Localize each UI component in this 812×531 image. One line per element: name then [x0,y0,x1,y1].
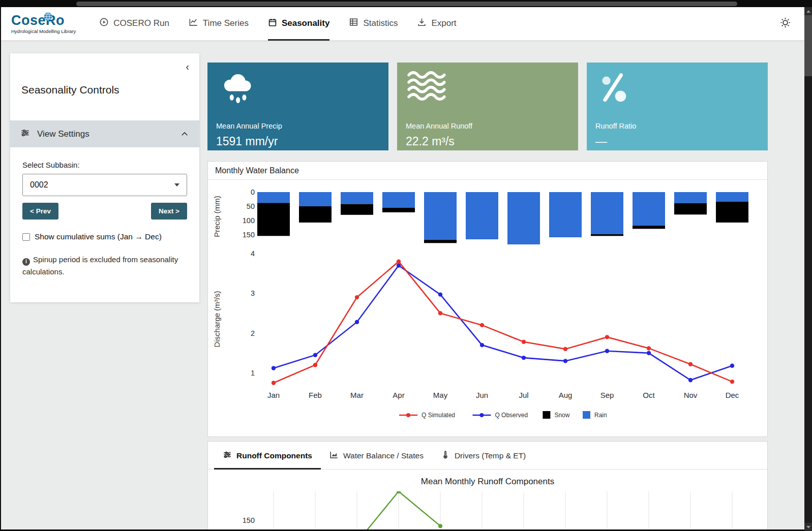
chevron-down-icon [174,183,179,186]
scrollbar-up-arrow[interactable] [804,7,812,15]
sun-icon [779,17,791,30]
navbar: CoseRo Hydrological Modelling Library CO… [1,7,804,41]
card-value: 22.2 m³/s [406,135,569,148]
page-scrollbar[interactable] [804,7,812,531]
app-window: CoseRo Hydrological Modelling Library CO… [1,7,804,529]
view-settings-label: View Settings [37,129,89,139]
tab-drivers-temp-et[interactable]: Drivers (Temp & ET) [432,442,534,470]
nav-label: Export [431,18,456,28]
svg-text:Jun: Jun [476,391,488,399]
svg-text:Sep: Sep [600,391,614,399]
theme-toggle-button[interactable] [779,17,791,30]
card-value: — [595,135,759,148]
svg-text:Q Simulated: Q Simulated [422,412,455,419]
svg-text:3: 3 [251,289,255,297]
nav-item-statistics[interactable]: Statistics [349,7,398,41]
tab-label: Runoff Components [236,451,312,460]
card-value: 1591 mm/yr [216,135,380,148]
page-content: ‹ Seasonality Controls View Settings Sel… [1,41,804,529]
main-nav: COSERO Run Time Series Seasonality Stati… [99,7,456,41]
tab-water-balance-states[interactable]: Water Balance / States [321,442,432,470]
card-label: Mean Annual Precip [216,122,380,130]
tab-label: Drivers (Temp & ET) [455,451,526,460]
nav-label: Statistics [363,18,398,28]
main-area: Mean Annual Precip 1591 mm/yr Mean Annua… [207,63,768,529]
svg-text:4: 4 [251,249,255,258]
seasonality-controls-panel: ‹ Seasonality Controls View Settings Sel… [10,53,199,302]
svg-text:100: 100 [243,216,255,225]
cumulative-sums-checkbox[interactable] [22,233,30,241]
svg-text:Precip (mm): Precip (mm) [213,196,221,237]
window-tab-strip [76,2,737,6]
nav-item-time-series[interactable]: Time Series [189,7,249,41]
area-chart-icon [329,450,339,461]
subbasin-label: Select Subbasin: [22,161,187,169]
subbasin-select[interactable]: 0002 [22,174,187,196]
line-chart-icon [189,17,198,29]
svg-text:50: 50 [247,202,255,210]
sidebar-title: Seasonality Controls [10,53,199,120]
card-runoff-ratio: Runoff Ratio — [587,63,768,150]
scrollbar-down-arrow[interactable] [804,523,812,531]
svg-text:Dec: Dec [726,391,739,399]
download-icon [417,17,427,29]
svg-text:Mar: Mar [350,391,364,399]
card-mean-annual-precip: Mean Annual Precip 1591 mm/yr [207,63,388,150]
cumulative-sums-label: Show cumulative sums (Jan → Dec) [35,232,162,241]
info-icon: i [22,258,30,266]
svg-text:150: 150 [243,231,255,239]
logo-text: CoseRo [11,13,65,28]
waves-icon [406,70,569,116]
svg-text:Apr: Apr [393,391,404,399]
window-frame-top [0,0,812,7]
card-mean-annual-runoff: Mean Annual Runoff 22.2 m³/s [397,63,578,150]
spinup-info-note: iSpinup period is excluded from seasonal… [22,254,180,278]
svg-text:Oct: Oct [643,391,655,399]
svg-text:May: May [433,391,448,399]
cloud-rain-icon [216,70,380,116]
svg-text:Jan: Jan [267,391,280,399]
cumulative-sums-checkbox-row[interactable]: Show cumulative sums (Jan → Dec) [22,232,187,241]
logo-subtitle: Hydrological Modelling Library [11,28,76,34]
nav-label: Time Series [203,18,249,28]
svg-text:0: 0 [251,188,255,196]
view-settings-header[interactable]: View Settings [10,120,199,147]
svg-text:Snow: Snow [554,412,569,419]
tab-runoff-components[interactable]: Runoff Components [214,442,321,470]
sliders-icon [20,128,30,140]
nav-item-export[interactable]: Export [417,7,456,41]
detail-tabs-panel: Runoff Components Water Balance / States… [207,441,768,529]
svg-text:2: 2 [251,329,255,337]
scrollbar-thumb[interactable] [804,15,812,76]
sidebar-collapse-button[interactable]: ‹ [186,61,189,72]
detail-tabs: Runoff Components Water Balance / States… [208,442,767,470]
calendar-icon [268,18,277,29]
table-icon [349,17,358,29]
play-circle-icon [99,17,109,29]
tab-label: Water Balance / States [343,451,424,460]
summary-cards: Mean Annual Precip 1591 mm/yr Mean Annua… [207,63,768,150]
card-label: Runoff Ratio [595,122,759,130]
chevron-up-icon [180,130,189,139]
monthly-water-balance-panel: Monthly Water Balance 050100150Precip (m… [207,161,768,437]
next-subbasin-button[interactable]: Next > [151,203,187,220]
nav-label: Seasonality [282,18,330,28]
thermometer-icon [441,450,450,461]
svg-text:1: 1 [251,369,255,377]
svg-text:Aug: Aug [559,391,573,399]
svg-text:150: 150 [243,516,255,524]
svg-text:Q Observed: Q Observed [495,412,528,419]
view-settings-body: Select Subbasin: 0002 < Prev Next > Show… [10,147,199,278]
nav-item-seasonality[interactable]: Seasonality [268,7,330,41]
runoff-components-title: Mean Monthly Runoff Components [208,470,767,491]
svg-text:Rain: Rain [594,412,607,419]
card-label: Mean Annual Runoff [406,122,569,130]
runoff-components-chart: 150 [208,491,766,529]
water-balance-chart: 050100150Precip (mm)1234Discharge (m³/s)… [208,180,766,436]
nav-item-cosero-run[interactable]: COSERO Run [99,7,169,41]
panel-title: Monthly Water Balance [208,162,767,180]
app-logo[interactable]: CoseRo Hydrological Modelling Library [11,14,76,34]
prev-subbasin-button[interactable]: < Prev [22,203,58,220]
sliders-icon [223,450,232,461]
svg-text:Jul: Jul [519,391,528,399]
